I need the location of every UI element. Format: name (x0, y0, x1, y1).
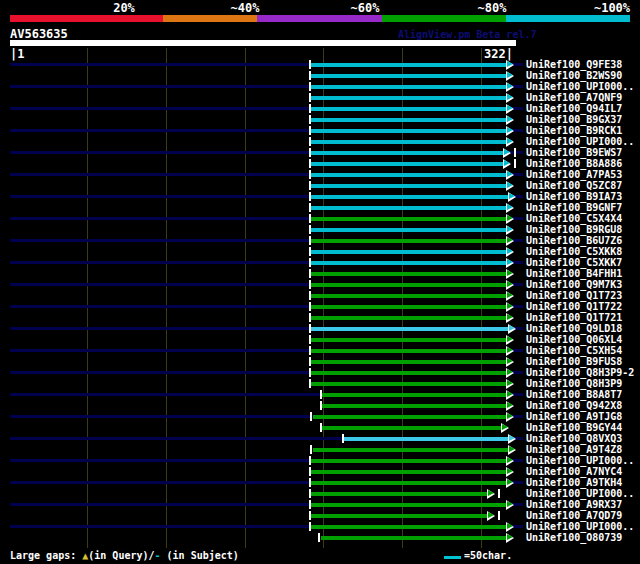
alignment-bar[interactable] (344, 437, 509, 441)
alignment-bar[interactable] (311, 382, 507, 386)
hit-label[interactable]: UniRef100_Q9LD18 (526, 323, 622, 334)
hit-label[interactable]: UniRef100_A7QNF9 (526, 92, 622, 103)
alignment-bar[interactable] (311, 272, 507, 276)
alignment-bar[interactable] (311, 525, 507, 529)
hit-label[interactable]: UniRef100_Q1T722 (526, 301, 622, 312)
hit-label[interactable]: UniRef100_B9FUS8 (526, 356, 622, 367)
hit-label[interactable]: UniRef100_Q06XL4 (526, 334, 622, 345)
hit-label[interactable]: UniRef100_Q9M7K3 (526, 279, 622, 290)
hit-label[interactable]: UniRef100_B4FHH1 (526, 268, 622, 279)
alignment-bar[interactable] (311, 96, 507, 100)
hit-label[interactable]: UniRef100_UPI000.. (526, 521, 634, 532)
alignment-bar[interactable] (311, 195, 509, 199)
alignment-bar[interactable] (311, 294, 507, 298)
alignment-arrowhead-fill (507, 347, 513, 353)
alignment-bar[interactable] (311, 514, 488, 518)
hit-label[interactable]: UniRef100_B9RGU8 (526, 224, 622, 235)
alignment-bar[interactable] (322, 393, 507, 397)
hit-label[interactable]: UniRef100_Q942X8 (526, 400, 622, 411)
alignment-bar[interactable] (311, 118, 507, 122)
alignment-bar[interactable] (311, 338, 507, 342)
alignment-bar[interactable] (311, 305, 507, 309)
alignment-bar[interactable] (311, 129, 507, 133)
alignment-bar[interactable] (311, 206, 507, 210)
hit-label[interactable]: UniRef100_B9GNF7 (526, 202, 622, 213)
hit-label[interactable]: UniRef100_B9GY44 (526, 422, 622, 433)
hit-label[interactable]: UniRef100_C5X4X4 (526, 213, 622, 224)
identity-key-segment (163, 15, 257, 22)
hit-label[interactable]: UniRef100_Q94IL7 (526, 103, 622, 114)
hit-label[interactable]: UniRef100_B9EWS7 (526, 147, 622, 158)
hit-label[interactable]: UniRef100_Q8H3P9-2 (526, 367, 634, 378)
hit-label[interactable]: UniRef100_Q1T721 (526, 312, 622, 323)
hit-label[interactable]: UniRef100_UPI000.. (526, 488, 634, 499)
hit-label[interactable]: UniRef100_UPI000.. (526, 136, 634, 147)
alignment-bar[interactable] (311, 327, 509, 331)
alignment-bar[interactable] (311, 349, 507, 353)
alignment-bar[interactable] (311, 283, 507, 287)
alignment-arrowhead-fill (507, 479, 513, 485)
hit-label[interactable]: UniRef100_Q5ZC87 (526, 180, 622, 191)
alignment-bar[interactable] (311, 74, 507, 78)
alignment-bar[interactable] (311, 492, 488, 496)
hit-label[interactable]: UniRef100_C5XKK8 (526, 246, 622, 257)
hit-label[interactable]: UniRef100_UPI000.. (526, 455, 634, 466)
alignment-bar[interactable] (322, 426, 502, 430)
hit-label[interactable]: UniRef100_B2WS90 (526, 70, 622, 81)
hit-label[interactable]: UniRef100_Q9FE38 (526, 59, 622, 70)
alignment-bar[interactable] (311, 503, 507, 507)
hit-label[interactable]: UniRef100_B9GX37 (526, 114, 622, 125)
hit-label[interactable]: UniRef100_A7PA53 (526, 169, 622, 180)
alignment-bar[interactable] (311, 85, 507, 89)
hit-label[interactable]: UniRef100_A9TJG8 (526, 411, 622, 422)
alignment-bar[interactable] (311, 250, 507, 254)
alignment-bar[interactable] (311, 217, 507, 221)
alignment-bar[interactable] (311, 228, 507, 232)
hit-label[interactable]: UniRef100_A9RX37 (526, 499, 622, 510)
identity-key-label: ~60% (351, 1, 380, 15)
hit-label[interactable]: UniRef100_UPI000.. (526, 81, 634, 92)
legend-large-gaps: Large gaps: ▲(in Query)/- (in Subject) (10, 550, 239, 561)
alignment-bar[interactable] (311, 239, 507, 243)
query-title: AV563635 (10, 27, 68, 41)
alignment-bar[interactable] (311, 162, 504, 166)
hit-label[interactable]: UniRef100_B8A886 (526, 158, 622, 169)
hit-label[interactable]: UniRef100_B6U7Z6 (526, 235, 622, 246)
identity-key-label: ~80% (478, 1, 507, 15)
alignment-bar[interactable] (311, 151, 504, 155)
hit-label[interactable]: UniRef100_B9IA73 (526, 191, 622, 202)
hit-label[interactable]: UniRef100_Q1T723 (526, 290, 622, 301)
alignment-arrowhead-fill (507, 270, 513, 276)
alignment-bar[interactable] (311, 261, 507, 265)
hit-label[interactable]: UniRef100_A9TKH4 (526, 477, 622, 488)
hit-label[interactable]: UniRef100_Q8VXQ3 (526, 433, 622, 444)
alignment-bar[interactable] (311, 140, 507, 144)
alignment-bar[interactable] (311, 360, 507, 364)
alignment-bar[interactable] (311, 316, 507, 320)
scale-bar-label: =50char. (464, 550, 512, 561)
alignment-bar[interactable] (313, 415, 508, 419)
hit-label[interactable]: UniRef100_C5XKK7 (526, 257, 622, 268)
hit-label[interactable]: UniRef100_C5XH54 (526, 345, 622, 356)
alignment-arrowhead-fill (507, 237, 513, 243)
alignment-bar[interactable] (321, 536, 508, 540)
alignment-bar[interactable] (311, 63, 507, 67)
alignment-bar[interactable] (311, 470, 507, 474)
alignment-arrowhead-fill (507, 402, 513, 408)
alignment-bar[interactable] (311, 107, 507, 111)
alignment-bar[interactable] (311, 173, 507, 177)
alignment-bar[interactable] (311, 371, 507, 375)
hit-label[interactable]: UniRef100_B9RCK1 (526, 125, 622, 136)
hit-label[interactable]: UniRef100_A7QD79 (526, 510, 622, 521)
alignment-bar[interactable] (311, 459, 507, 463)
hit-label[interactable]: UniRef100_O80739 (526, 532, 622, 543)
alignment-bar[interactable] (311, 184, 507, 188)
hit-label[interactable]: UniRef100_A7NYC4 (526, 466, 622, 477)
hit-label[interactable]: UniRef100_Q8H3P9 (526, 378, 622, 389)
alignment-bar[interactable] (313, 448, 509, 452)
alignment-bar[interactable] (311, 481, 507, 485)
alignment-bar[interactable] (322, 404, 507, 408)
hit-label[interactable]: UniRef100_B8A8T7 (526, 389, 622, 400)
hit-label[interactable]: UniRef100_A9T4Z8 (526, 444, 622, 455)
alignment-arrowhead-fill (507, 413, 513, 419)
